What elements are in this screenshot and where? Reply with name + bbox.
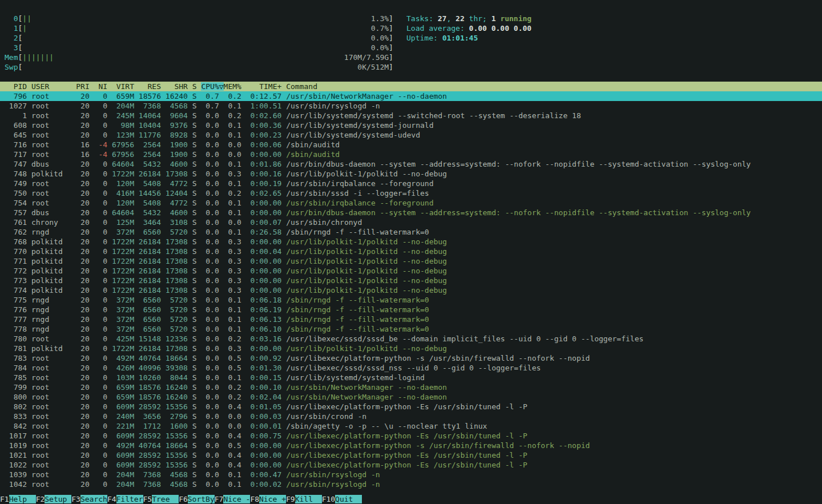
process-row-1019[interactable]: 1019 root 20 0 492M 40764 18664 S 0.0 0.… [0, 441, 822, 450]
process-row-770[interactable]: 770 polkitd 20 0 1722M 26184 17308 S 0.0… [0, 247, 822, 256]
process-row-1022[interactable]: 1022 root 20 0 609M 28592 15356 S 0.0 0.… [0, 460, 822, 470]
process-row-1017[interactable]: 1017 root 20 0 609M 28592 15356 S 0.0 0.… [0, 431, 822, 441]
fnkey-f2[interactable]: F2Setup [36, 495, 72, 503]
process-row-776[interactable]: 776 rngd 20 0 372M 6560 5720 S 0.0 0.1 0… [0, 305, 822, 315]
process-row-780[interactable]: 780 root 20 0 425M 15148 12336 S 0.0 0.2… [0, 334, 822, 344]
process-row-799[interactable]: 799 root 20 0 659M 18576 16240 S 0.0 0.2… [0, 382, 822, 392]
fnkey-f1[interactable]: F1Help [0, 495, 36, 503]
cell-user: root [31, 189, 71, 197]
cell-pid: 770 [5, 247, 27, 256]
cell-time: 0:01.05 [246, 402, 282, 411]
meter-bar: ||||||| [22, 53, 54, 62]
process-row-645[interactable]: 645 root 20 0 123M 11776 8928 S 0.0 0.1 … [0, 130, 822, 140]
fnkey-f10[interactable]: F10Quit [322, 495, 362, 503]
cell-pri: 20 [76, 461, 89, 469]
process-row-842[interactable]: 842 root 20 0 221M 1712 1600 S 0.0 0.0 0… [0, 421, 822, 431]
column-header-command[interactable]: Command [286, 82, 317, 91]
process-row-1021[interactable]: 1021 root 20 0 609M 28592 15356 S 0.0 0.… [0, 450, 822, 460]
process-row-796[interactable]: 796 root 20 0 659M 18576 16240 S 0.7 0.2… [0, 91, 822, 101]
process-row-833[interactable]: 833 root 20 0 240M 3656 2796 S 0.0 0.0 0… [0, 412, 822, 421]
fnkey-action: Kill [295, 495, 322, 503]
process-row-772[interactable]: 772 polkitd 20 0 1722M 26184 17308 S 0.0… [0, 266, 822, 276]
process-row-1[interactable]: 1 root 20 0 245M 14064 9604 S 0.0 0.2 0:… [0, 111, 822, 120]
cell-mem: 0.2 [224, 334, 241, 343]
fnkey-f4[interactable]: F4Filter [107, 495, 143, 503]
column-header-pri[interactable]: PRI [76, 82, 89, 91]
column-header-virt[interactable]: VIRT [112, 82, 134, 91]
cell-shr: 17308 [166, 267, 188, 275]
cell-shr: 15356 [166, 402, 188, 411]
fnkey-f6[interactable]: F6SortBy [179, 495, 215, 503]
process-row-783[interactable]: 783 root 20 0 492M 40764 18664 S 0.0 0.5… [0, 353, 822, 363]
fnkey-f7[interactable]: F7Nice - [215, 495, 251, 503]
process-row-608[interactable]: 608 root 20 0 98M 10404 9376 S 0.0 0.1 0… [0, 120, 822, 130]
process-row-1042[interactable]: 1042 root 20 0 204M 7368 4568 S 0.0 0.1 … [0, 479, 822, 489]
column-header-res[interactable]: RES [139, 82, 161, 91]
process-row-768[interactable]: 768 polkitd 20 0 1722M 26184 17308 S 0.0… [0, 237, 822, 247]
cell-time: 0:03.16 [246, 334, 282, 343]
cell-command: /usr/libexec/platform-python -Es /usr/sb… [286, 461, 527, 469]
process-row-784[interactable]: 784 root 20 0 426M 40996 39308 S 0.0 0.5… [0, 363, 822, 373]
cell-cpu: 0.0 [201, 131, 219, 139]
process-row-775[interactable]: 775 rngd 20 0 372M 6560 5720 S 0.0 0.1 0… [0, 295, 822, 305]
column-header-user[interactable]: USER [31, 82, 71, 91]
column-header-state[interactable]: S [192, 82, 197, 91]
process-row-773[interactable]: 773 polkitd 20 0 1722M 26184 17308 S 0.0… [0, 276, 822, 285]
cell-cpu: 0.0 [201, 373, 219, 382]
cell-virt: 1722M [112, 237, 134, 246]
process-row-781[interactable]: 781 polkitd 20 0 1722M 26184 17308 S 0.0… [0, 344, 822, 353]
fnkey-f5[interactable]: F5Tree [143, 495, 179, 503]
cell-pri: 20 [76, 92, 89, 100]
column-header-ni[interactable]: NI [94, 82, 107, 91]
cell-ni: 0 [94, 121, 107, 130]
process-row-1027[interactable]: 1027 root 20 0 204M 7368 4568 S 0.7 0.1 … [0, 101, 822, 111]
process-row-778[interactable]: 778 rngd 20 0 372M 6560 5720 S 0.0 0.1 0… [0, 324, 822, 334]
column-header-time[interactable]: TIME+ [246, 82, 282, 91]
cell-state: S [192, 170, 197, 178]
process-row-785[interactable]: 785 root 20 0 103M 10260 8044 S 0.0 0.1 … [0, 373, 822, 382]
cell-pid: 833 [5, 412, 27, 421]
process-row-716[interactable]: 716 root 16 -4 67956 2564 1900 S 0.0 0.0… [0, 140, 822, 150]
cell-pri: 20 [76, 422, 89, 430]
process-row-762[interactable]: 762 rngd 20 0 372M 6560 5720 S 0.0 0.1 0… [0, 227, 822, 237]
cell-pid: 754 [5, 199, 27, 207]
cell-pid: 774 [5, 286, 27, 295]
fnkey-f3[interactable]: F3Search [71, 495, 107, 503]
cell-shr: 5720 [166, 296, 188, 304]
process-row-717[interactable]: 717 root 16 -4 67956 2564 1900 S 0.0 0.0… [0, 150, 822, 159]
fnkey-f9[interactable]: F9Kill [286, 495, 322, 503]
cell-mem: 0.3 [224, 237, 241, 246]
process-row-1039[interactable]: 1039 root 20 0 204M 7368 4568 S 0.0 0.1 … [0, 470, 822, 479]
process-row-761[interactable]: 761 chrony 20 0 125M 3464 3108 S 0.0 0.0… [0, 217, 822, 227]
cell-shr: 12404 [166, 189, 188, 197]
process-row-774[interactable]: 774 polkitd 20 0 1722M 26184 17308 S 0.0… [0, 285, 822, 295]
cell-pid: 776 [5, 305, 27, 314]
column-header-cpu[interactable]: CPU%▽ [201, 82, 223, 91]
process-row-777[interactable]: 777 rngd 20 0 372M 6560 5720 S 0.0 0.1 0… [0, 315, 822, 324]
cell-state: S [192, 354, 197, 362]
process-row-771[interactable]: 771 polkitd 20 0 1722M 26184 17308 S 0.0… [0, 256, 822, 266]
cell-cpu: 0.7 [201, 102, 219, 110]
cell-user: rngd [31, 228, 71, 236]
column-header-shr[interactable]: SHR [166, 82, 188, 91]
process-row-754[interactable]: 754 root 20 0 120M 5408 4772 S 0.0 0.1 0… [0, 198, 822, 208]
fnkey-f8[interactable]: F8Nice + [250, 495, 286, 503]
cell-mem: 0.4 [224, 461, 241, 469]
info-line-loadavg: Load average: 0.00 0.00 0.00 [406, 23, 531, 33]
cell-shr: 12336 [166, 334, 188, 343]
column-header-pid[interactable]: PID [5, 82, 27, 91]
process-row-800[interactable]: 800 root 20 0 659M 18576 16240 S 0.0 0.2… [0, 392, 822, 402]
process-row-750[interactable]: 750 root 20 0 416M 14456 12404 S 0.0 0.2… [0, 188, 822, 198]
column-header-mem[interactable]: MEM% [224, 82, 241, 91]
process-row-757[interactable]: 757 dbus 20 0 64604 5432 4600 S 0.0 0.1 … [0, 208, 822, 217]
cell-time: 0:00.00 [246, 208, 282, 217]
process-row-747[interactable]: 747 dbus 20 0 64604 5432 4600 S 0.0 0.1 … [0, 159, 822, 169]
process-row-802[interactable]: 802 root 20 0 609M 28592 15356 S 0.0 0.4… [0, 402, 822, 412]
cell-time: 0:02.65 [246, 189, 282, 197]
process-row-749[interactable]: 749 root 20 0 120M 5408 4772 S 0.0 0.1 0… [0, 179, 822, 188]
cell-pid: 1039 [5, 470, 27, 479]
process-row-748[interactable]: 748 polkitd 20 0 1722M 26184 17308 S 0.0… [0, 169, 822, 179]
process-table: 796 root 20 0 659M 18576 16240 S 0.7 0.2… [0, 91, 822, 489]
cell-virt: 659M [112, 383, 134, 392]
cell-shr: 4568 [166, 480, 188, 489]
